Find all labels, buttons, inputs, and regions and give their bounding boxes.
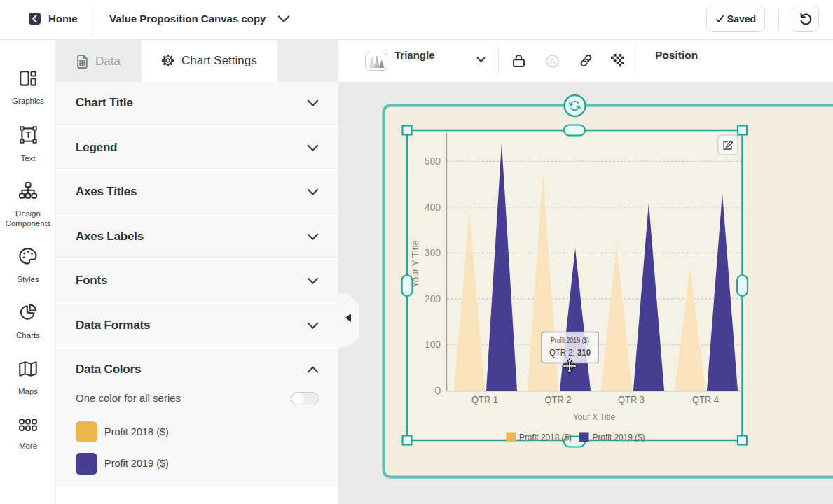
svg-text:QTR 2: 310: QTR 2: 310 bbox=[549, 348, 591, 358]
svg-text:QTR 4: QTR 4 bbox=[692, 393, 719, 405]
svg-text:QTR 2: QTR 2 bbox=[545, 393, 572, 405]
svg-text:Profit 2019 ($): Profit 2019 ($) bbox=[593, 432, 645, 442]
svg-text:QTR 3: QTR 3 bbox=[618, 393, 645, 405]
svg-text:Profit 2019 ($): Profit 2019 ($) bbox=[551, 336, 589, 344]
svg-text:0: 0 bbox=[434, 384, 441, 396]
svg-text:Your X Title: Your X Title bbox=[573, 412, 615, 422]
svg-text:T: T bbox=[25, 130, 31, 140]
svg-text:300: 300 bbox=[425, 246, 441, 258]
svg-text:100: 100 bbox=[425, 338, 441, 350]
svg-text:200: 200 bbox=[425, 293, 441, 304]
svg-text:500: 500 bbox=[425, 155, 441, 167]
svg-text:Profit 2018 ($): Profit 2018 ($) bbox=[519, 432, 572, 442]
svg-text:QTR 1: QTR 1 bbox=[471, 393, 498, 405]
svg-text:400: 400 bbox=[425, 201, 441, 213]
